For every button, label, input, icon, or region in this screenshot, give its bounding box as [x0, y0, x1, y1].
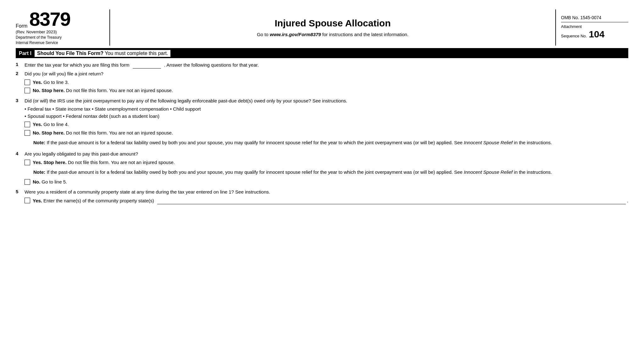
form-number-row: Form 8379 — [16, 9, 104, 29]
form-label: Form — [16, 23, 27, 29]
line3-num: 3 — [16, 98, 23, 103]
line5-num: 5 — [16, 189, 23, 194]
line3-bullets1: • Federal tax • State income tax • State… — [25, 106, 628, 120]
line4-note: Note: If the past-due amount is for a fe… — [33, 168, 628, 176]
line1-num: 1 — [16, 62, 23, 67]
line1-content: Enter the tax year for which you are fil… — [25, 61, 628, 69]
line2-item: 2 Did you (or will you) file a joint ret… — [16, 70, 628, 96]
line2-no-row: No. Stop here. Do not file this form. Yo… — [25, 87, 628, 94]
line4-no-row: No. Go to line 5. — [25, 178, 628, 186]
line1-item: 1 Enter the tax year for which you are f… — [16, 61, 628, 69]
line3-content: Did (or will) the IRS use the joint over… — [25, 97, 628, 149]
line3-yes-checkbox[interactable] — [25, 122, 30, 127]
part1-title-normal: You must complete this part. — [103, 51, 168, 56]
part1-label: Part I — [19, 51, 31, 56]
line5-yes-checkbox[interactable] — [25, 198, 30, 203]
line4-no-label: No. Go to line 5. — [33, 178, 67, 186]
line3-item: 3 Did (or will) the IRS use the joint ov… — [16, 97, 628, 149]
line3-yes-label: Yes. Go to line 4. — [33, 121, 69, 128]
omb-number: OMB No. 1545-0074 — [561, 15, 628, 22]
sequence-num: 104 — [589, 29, 604, 40]
attachment-label: Attachment — [561, 24, 628, 29]
line4-no-checkbox[interactable] — [25, 179, 30, 185]
line5-content: Were you a resident of a community prope… — [25, 189, 628, 206]
form-number: 8379 — [29, 9, 70, 29]
line3-no-row: No. Stop here. Do not file this form. Yo… — [25, 129, 628, 137]
line4-yes-checkbox[interactable] — [25, 160, 30, 165]
form-page: Form 8379 (Rev. November 2023) Departmen… — [0, 0, 644, 362]
line4-text: Are you legally obligated to pay this pa… — [25, 151, 628, 158]
community-property-input[interactable] — [157, 197, 626, 205]
line2-yes-checkbox[interactable] — [25, 80, 30, 85]
line2-yes-row: Yes. Go to line 3. — [25, 79, 628, 86]
line4-content: Are you legally obligated to pay this pa… — [25, 151, 628, 187]
form-body: 1 Enter the tax year for which you are f… — [16, 58, 628, 206]
line3-no-label: No. Stop here. Do not file this form. Yo… — [33, 129, 173, 137]
line5-yes-row: Yes. Enter the name(s) of the community … — [25, 197, 628, 205]
line2-num: 2 — [16, 71, 23, 76]
form-dept: Department of the Treasury Internal Reve… — [16, 35, 104, 46]
main-title: Injured Spouse Allocation — [275, 18, 391, 29]
tax-year-input[interactable] — [133, 61, 161, 69]
line2-text: Did you (or will you) file a joint retur… — [25, 70, 628, 78]
line3-text: Did (or will) the IRS use the joint over… — [25, 97, 628, 105]
header-center: Injured Spouse Allocation Go to www.irs.… — [110, 9, 556, 46]
line4-item: 4 Are you legally obligated to pay this … — [16, 151, 628, 187]
part1-bar: Part I Should You File This Form? You mu… — [16, 49, 628, 58]
header-left: Form 8379 (Rev. November 2023) Departmen… — [16, 9, 110, 46]
line3-no-checkbox[interactable] — [25, 130, 30, 136]
line2-content: Did you (or will you) file a joint retur… — [25, 70, 628, 96]
irs-link: Go to www.irs.gov/Form8379 for instructi… — [257, 32, 408, 37]
line3-yes-row: Yes. Go to line 4. — [25, 121, 628, 128]
line2-yes-label: Yes. Go to line 3. — [33, 79, 69, 86]
sequence-row: Sequence No. 104 — [561, 29, 628, 40]
part1-title-bold: Should You File This Form? — [37, 51, 103, 56]
line4-num: 4 — [16, 151, 23, 156]
line3-note: Note: If the past-due amount is for a fe… — [33, 139, 628, 146]
line2-no-label: No. Stop here. Do not file this form. Yo… — [33, 87, 173, 94]
line5-item: 5 Were you a resident of a community pro… — [16, 189, 628, 206]
form-rev: (Rev. November 2023) — [16, 30, 104, 34]
line4-yes-row: Yes. Stop here. Do not file this form. Y… — [25, 159, 628, 166]
line5-yes-label: Yes. Enter the name(s) of the community … — [33, 197, 628, 205]
form-header: Form 8379 (Rev. November 2023) Departmen… — [16, 9, 628, 49]
line2-no-checkbox[interactable] — [25, 88, 30, 93]
line5-text: Were you a resident of a community prope… — [25, 189, 628, 196]
part1-title: Should You File This Form? You must comp… — [35, 50, 170, 57]
line4-yes-label: Yes. Stop here. Do not file this form. Y… — [33, 159, 175, 166]
header-right: OMB No. 1545-0074 Attachment Sequence No… — [556, 9, 628, 46]
